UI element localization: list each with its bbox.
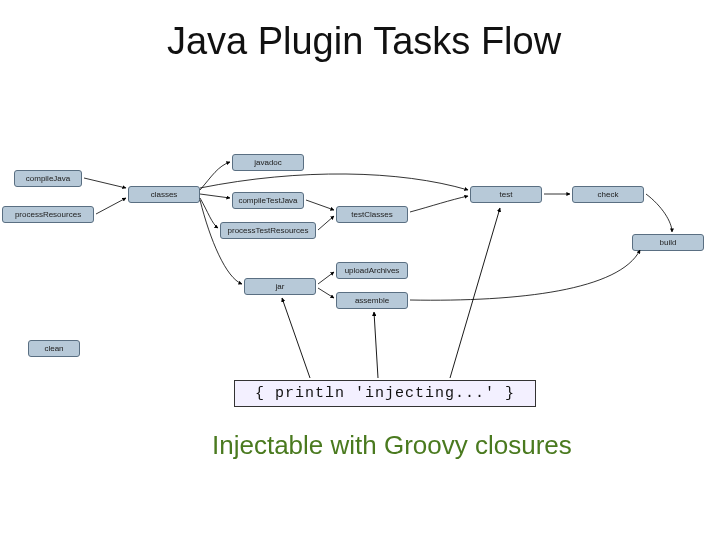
subtitle: Injectable with Groovy closures xyxy=(212,430,572,461)
node-compile-java: compileJava xyxy=(14,170,82,187)
node-process-resources: processResources xyxy=(2,206,94,223)
node-test-classes: testClasses xyxy=(336,206,408,223)
node-javadoc: javadoc xyxy=(232,154,304,171)
node-classes: classes xyxy=(128,186,200,203)
code-snippet-box: { println 'injecting...' } xyxy=(234,380,536,407)
node-process-test-resources: processTestResources xyxy=(220,222,316,239)
node-compile-test-java: compileTestJava xyxy=(232,192,304,209)
node-check: check xyxy=(572,186,644,203)
node-build: build xyxy=(632,234,704,251)
page-title: Java Plugin Tasks Flow xyxy=(0,20,728,63)
task-flow-diagram: compileJava processResources classes jav… xyxy=(0,150,728,380)
node-clean: clean xyxy=(28,340,80,357)
node-assemble: assemble xyxy=(336,292,408,309)
node-jar: jar xyxy=(244,278,316,295)
node-upload-archives: uploadArchives xyxy=(336,262,408,279)
node-test: test xyxy=(470,186,542,203)
